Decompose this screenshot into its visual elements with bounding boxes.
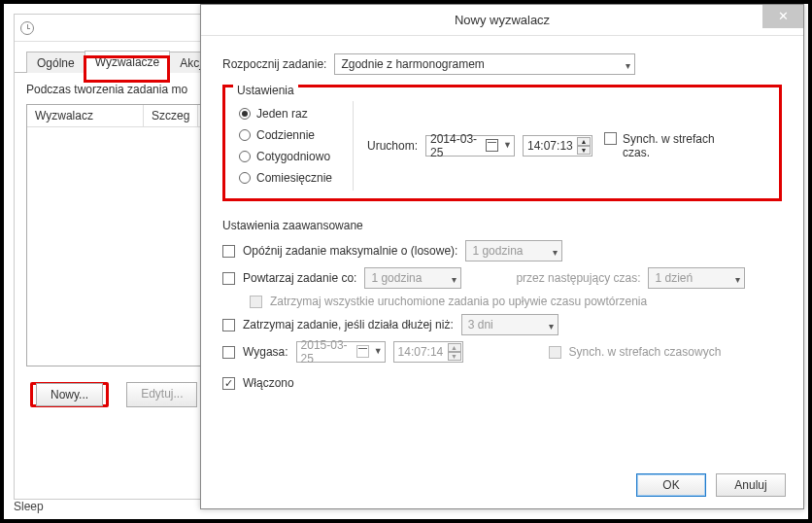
ok-button[interactable]: OK xyxy=(636,473,706,497)
col-details[interactable]: Szczeg xyxy=(144,105,198,126)
stop-all-label: Zatrzymaj wszystkie uruchomione zadania … xyxy=(270,295,647,308)
expire-sync-tz-checkbox xyxy=(549,346,561,359)
highlight-tab-triggers xyxy=(84,55,170,83)
launch-date-value: 2014-03-25 xyxy=(430,132,487,159)
launch-label: Uruchom: xyxy=(367,139,418,153)
tab-general[interactable]: Ogólne xyxy=(26,52,85,73)
calendar-icon xyxy=(486,139,498,152)
delay-label: Opóźnij zadanie maksymalnie o (losowe): xyxy=(243,244,457,258)
expire-date-value: 2015-03-25 xyxy=(301,338,357,366)
radio-icon xyxy=(239,151,251,162)
stop-if-label: Zatrzymaj zadanie, jeśli działa dłużej n… xyxy=(243,318,454,331)
advanced-legend: Ustawienia zaawansowane xyxy=(222,219,782,232)
radio-once-label: Jeden raz xyxy=(256,107,308,121)
delay-select: 1 godzina ▾ xyxy=(465,240,562,262)
radio-icon xyxy=(239,129,251,141)
stop-if-value: 3 dni xyxy=(468,317,493,332)
repeat-for-select: 1 dzień ▾ xyxy=(648,267,745,289)
expire-label: Wygasa: xyxy=(243,345,288,359)
sync-tz-label: Synch. w strefach czas. xyxy=(623,132,715,159)
stop-if-checkbox[interactable] xyxy=(222,319,235,331)
begin-task-value: Zgodnie z harmonogramem xyxy=(341,56,484,72)
spinner-up-icon[interactable]: ▲ xyxy=(577,137,591,146)
calendar-icon xyxy=(356,345,369,358)
footer-text: Sleep xyxy=(14,500,44,513)
chevron-down-icon: ▾ xyxy=(626,58,630,74)
stop-all-checkbox xyxy=(250,296,262,308)
chevron-down-icon: ▾ xyxy=(452,272,457,288)
repeat-interval-value: 1 godzina xyxy=(371,270,422,286)
spinner-up-icon: ▲ xyxy=(448,343,461,352)
radio-daily[interactable]: Codziennie xyxy=(239,128,351,142)
stop-if-select: 3 dni ▾ xyxy=(461,314,558,335)
spinner-down-icon: ▼ xyxy=(448,352,461,361)
highlight-new-button: Nowy... xyxy=(30,382,109,407)
expire-sync-tz-label: Synch. w strefach czasowych xyxy=(569,345,722,359)
radio-monthly[interactable]: Comiesięcznie xyxy=(239,171,351,185)
radio-weekly-label: Cotygodniowo xyxy=(256,150,330,163)
delay-value: 1 godzina xyxy=(472,243,523,259)
new-trigger-dialog: Nowy wyzwalacz ✕ Rozpocznij zadanie: Zgo… xyxy=(200,4,804,509)
enabled-label: Włączono xyxy=(243,376,294,390)
begin-task-label: Rozpocznij zadanie: xyxy=(222,57,326,71)
radio-monthly-label: Comiesięcznie xyxy=(256,171,332,185)
expire-time-input: 14:07:14 ▲ ▼ xyxy=(393,341,463,363)
chevron-down-icon: ▾ xyxy=(735,272,740,288)
edit-button: Edytuj... xyxy=(126,382,197,407)
chevron-down-icon: ▼ xyxy=(503,140,512,150)
radio-daily-label: Codziennie xyxy=(256,128,315,142)
close-icon[interactable]: ✕ xyxy=(762,5,803,28)
radio-icon xyxy=(239,172,251,184)
repeat-checkbox[interactable] xyxy=(222,272,235,285)
chevron-down-icon: ▾ xyxy=(549,319,554,334)
sync-tz-checkbox[interactable] xyxy=(604,132,617,145)
radio-weekly[interactable]: Cotygodniowo xyxy=(239,150,351,163)
col-trigger[interactable]: Wyzwalacz xyxy=(27,105,144,126)
delay-checkbox[interactable] xyxy=(222,245,235,258)
chevron-down-icon: ▾ xyxy=(553,245,558,261)
expire-time-value: 14:07:14 xyxy=(398,345,444,359)
launch-date-input[interactable]: 2014-03-25 ▼ xyxy=(425,135,515,157)
repeat-for-value: 1 dzień xyxy=(655,270,693,286)
launch-time-input[interactable]: 14:07:13 ▲ ▼ xyxy=(523,135,592,157)
dialog-title: Nowy wyzwalacz ✕ xyxy=(201,5,803,36)
enabled-checkbox[interactable] xyxy=(222,377,235,390)
expire-checkbox[interactable] xyxy=(222,346,235,359)
sync-tz-text2: czas. xyxy=(623,146,650,159)
repeat-for-label: przez następujący czas: xyxy=(516,271,640,285)
repeat-interval-select: 1 godzina ▾ xyxy=(364,267,461,289)
expire-date-input: 2015-03-25 ▼ xyxy=(296,341,386,363)
spinner-down-icon[interactable]: ▼ xyxy=(577,146,591,155)
clock-icon xyxy=(20,21,34,35)
highlight-settings: Ustawienia Jeden raz Codziennie xyxy=(222,85,782,201)
chevron-down-icon: ▼ xyxy=(374,346,383,356)
dialog-title-text: Nowy wyzwalacz xyxy=(455,13,550,27)
launch-time-value: 14:07:13 xyxy=(527,139,573,153)
settings-fieldset: Ustawienia Jeden raz Codziennie xyxy=(225,91,779,196)
settings-legend: Ustawienia xyxy=(233,84,298,97)
new-button[interactable]: Nowy... xyxy=(36,383,103,406)
repeat-label: Powtarzaj zadanie co: xyxy=(243,271,356,285)
cancel-button[interactable]: Anuluj xyxy=(716,473,786,497)
radio-icon xyxy=(239,108,251,120)
sync-tz-text1: Synch. w strefach xyxy=(623,132,715,146)
radio-once[interactable]: Jeden raz xyxy=(239,107,351,121)
begin-task-select[interactable]: Zgodnie z harmonogramem ▾ xyxy=(334,53,635,75)
